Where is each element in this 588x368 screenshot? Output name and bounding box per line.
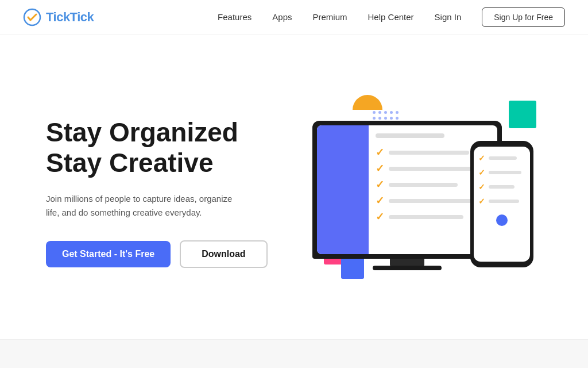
check-icon-4: ✓: [376, 195, 384, 206]
task-line-2: [389, 167, 481, 171]
task-line-5: [389, 215, 463, 219]
hero-buttons: Get Started - It's Free Download: [46, 240, 268, 268]
hero-illustration: ✓ ✓ ✓ ✓ ✓: [278, 89, 542, 296]
phone-check-4: ✓: [478, 197, 485, 206]
main-nav: Features Apps Premium Help Center Sign I…: [218, 7, 565, 27]
task-line-1: [389, 151, 469, 155]
phone-device: ✓ ✓ ✓ ✓: [470, 141, 533, 267]
laptop-sidebar: [317, 125, 369, 254]
nav-sign-in[interactable]: Sign In: [435, 12, 462, 22]
phone-task-3: ✓: [478, 182, 525, 191]
signup-button[interactable]: Sign Up for Free: [482, 7, 565, 27]
phone-screen: ✓ ✓ ✓ ✓: [474, 147, 530, 262]
task-line-4: [389, 199, 475, 203]
hero-subtitle: Join millions of people to capture ideas…: [46, 192, 241, 220]
deco-blue-shape: [341, 256, 364, 279]
check-icon-2: ✓: [376, 163, 384, 174]
phone-task-4: ✓: [478, 197, 525, 206]
phone-check-3: ✓: [478, 182, 485, 191]
nav-apps[interactable]: Apps: [272, 12, 292, 22]
hero-text: Stay Organized Stay Creative Join millio…: [46, 117, 268, 268]
nav-help-center[interactable]: Help Center: [368, 12, 414, 22]
task-line-3: [389, 183, 458, 187]
nav-premium[interactable]: Premium: [313, 12, 347, 22]
logo[interactable]: TickTick: [23, 8, 94, 26]
phone-line-4: [489, 200, 519, 203]
laptop-base: [373, 266, 442, 270]
phone-circle-accent: [496, 214, 508, 226]
check-icon-3: ✓: [376, 179, 384, 190]
phone-task-2: ✓: [478, 168, 525, 177]
logo-text: TickTick: [46, 10, 94, 25]
check-icon-5: ✓: [376, 212, 384, 222]
download-button[interactable]: Download: [180, 240, 267, 268]
laptop-title-bar: [376, 133, 444, 138]
hero-title: Stay Organized Stay Creative: [46, 117, 268, 178]
deco-orange-semicircle: [353, 95, 382, 110]
phone-check-2: ✓: [478, 168, 485, 177]
phone-check-1: ✓: [478, 154, 485, 163]
get-started-button[interactable]: Get Started - It's Free: [46, 241, 171, 267]
phone-line-3: [489, 185, 514, 189]
phone-line-2: [489, 171, 521, 174]
phone-line-1: [489, 156, 517, 160]
nav-features[interactable]: Features: [218, 12, 252, 22]
hero-section: Stay Organized Stay Creative Join millio…: [0, 34, 588, 339]
logo-icon: [23, 8, 41, 26]
phone-notch: [493, 143, 510, 146]
footer-bar: [0, 339, 588, 368]
check-icon-1: ✓: [376, 147, 384, 158]
deco-teal-shape: [509, 101, 536, 128]
phone-task-1: ✓: [478, 154, 525, 163]
